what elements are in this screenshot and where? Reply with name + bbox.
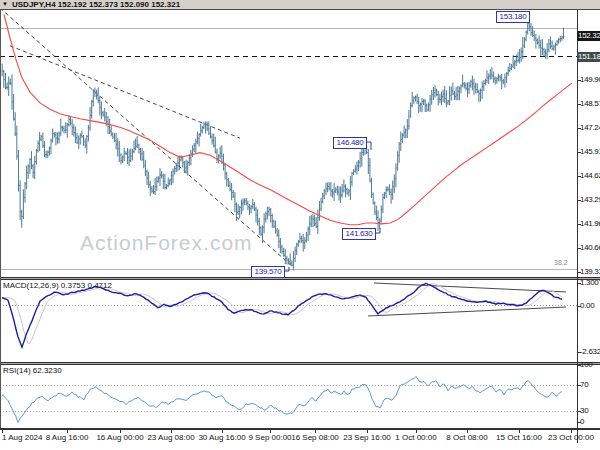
macd-main-line <box>2 283 562 347</box>
pane-separator[interactable] <box>0 364 600 365</box>
time-axis-label: 1 Oct 00:00 <box>390 434 442 442</box>
price-axis-label: 144.620 <box>580 172 600 180</box>
callout-label[interactable]: 146.480 <box>333 137 367 149</box>
pane-separator[interactable] <box>0 279 600 280</box>
time-axis-label: 16 Aug 00:00 <box>94 434 146 442</box>
callout-label[interactable]: 141.630 <box>342 228 376 240</box>
macd-axis-label: -2.6322 <box>580 348 600 356</box>
price-badge: 152.321 <box>577 31 600 41</box>
price-badge: 151.180 <box>577 52 600 62</box>
macd-trendline[interactable] <box>374 283 566 292</box>
rsi-axis-label: 70 <box>580 381 588 389</box>
rsi-line <box>2 377 562 423</box>
macd-trendline[interactable] <box>368 307 566 316</box>
symbol-dropdown-icon[interactable]: ▼ <box>2 0 8 9</box>
macd-axis-label: 1.3007 <box>580 279 600 287</box>
price-axis-label: 139.335 <box>580 268 600 276</box>
time-axis-label: 1 Aug 2024 <box>2 434 42 442</box>
time-axis-label: 23 Sep 16:00 <box>341 434 393 442</box>
dashed-trendline[interactable] <box>0 8 292 266</box>
moving-average-line <box>4 15 572 225</box>
price-axis-label: 141.960 <box>580 220 600 228</box>
chart-canvas[interactable] <box>0 0 600 450</box>
candlestick-series <box>1 20 564 270</box>
price-axis-label: 147.245 <box>580 124 600 132</box>
time-axis-label: 8 Aug 16:00 <box>41 434 93 442</box>
time-axis-border <box>0 428 600 430</box>
fib-label: 38.2 <box>554 259 568 266</box>
pane-separator[interactable] <box>0 277 600 278</box>
price-axis-label: 148.575 <box>580 100 600 108</box>
chart-window: ▼ USDJPY,H4 152.192 152.373 152.090 152.… <box>0 0 600 450</box>
time-axis-label: 30 Aug 16:00 <box>196 434 248 442</box>
time-axis-label: 23 Aug 08:00 <box>145 434 197 442</box>
price-axis-label: 149.905 <box>580 76 600 84</box>
pane-separator[interactable] <box>0 278 600 279</box>
rsi-indicator-label: RSI(14) 62.3230 <box>3 366 62 375</box>
time-axis-label: 8 Oct 08:00 <box>441 434 493 442</box>
time-axis-label: 15 Oct 16:00 <box>493 434 545 442</box>
symbol-ohlc-title: USDJPY,H4 152.192 152.373 152.090 152.32… <box>12 0 180 9</box>
macd-indicator-label: MACD(12,26,9) 0.3753 0.4712 <box>3 281 112 290</box>
rsi-axis-label: 100 <box>580 361 592 369</box>
rsi-axis-label: 0 <box>580 418 584 426</box>
time-axis-label: 16 Sep 08:00 <box>289 434 341 442</box>
pane-separator[interactable] <box>0 363 600 364</box>
callout-label[interactable]: 139.570 <box>251 266 285 278</box>
time-axis-label: 23 Oct 00:00 <box>545 434 597 442</box>
price-axis-label: 145.915 <box>580 148 600 156</box>
pane-separator[interactable] <box>0 362 600 363</box>
macd-axis-label: 0.00 <box>580 302 594 310</box>
price-axis-label: 143.290 <box>580 196 600 204</box>
price-axis-label: 140.665 <box>580 244 600 252</box>
chart-title-bar: ▼ USDJPY,H4 152.192 152.373 152.090 152.… <box>0 0 600 10</box>
rsi-axis-label: 30 <box>580 407 588 415</box>
callout-label[interactable]: 153.180 <box>496 11 530 23</box>
